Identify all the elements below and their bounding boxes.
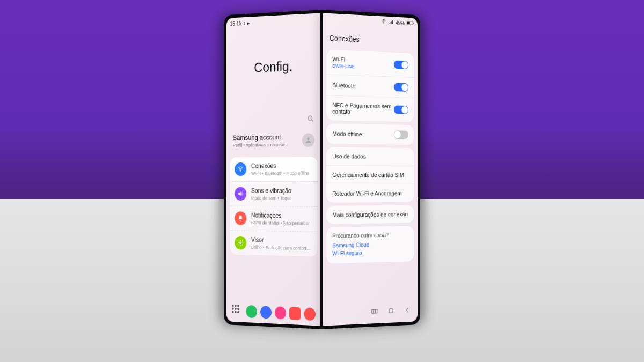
setting-wi-fi[interactable]: Wi-FiDWPHONE (327, 50, 414, 78)
account-subtitle: Perfil • Aplicativos e recursos (233, 142, 297, 148)
setting-uso-de-dados[interactable]: Uso de dados (327, 147, 414, 166)
svg-line-10 (242, 245, 243, 245)
category-title: Conexões (251, 162, 313, 169)
signal-status-icon (389, 19, 394, 26)
category-title: Visor (251, 236, 313, 245)
setting-bluetooth[interactable]: Bluetooth (327, 74, 414, 97)
category-subtitle: Modo de som • Toque (251, 195, 313, 201)
category-notifica-es[interactable]: NotificaçõesBarra de status • Não pertur… (230, 206, 318, 232)
row-subtitle: DWPHONE (332, 63, 394, 71)
phone-app-icon[interactable] (246, 305, 257, 318)
screen-right-half: 49% Conexões Wi-FiDWPHONEBluetoothNFC e … (320, 10, 420, 329)
svg-point-0 (308, 116, 312, 120)
category-sons-e-vibra-o[interactable]: Sons e vibraçãoModo de som • Toque (230, 181, 318, 206)
status-time: 15:15 (230, 20, 241, 27)
setting-mais-configura-es-de-conex-o[interactable]: Mais configurações de conexão (327, 205, 414, 224)
category-subtitle: Wi-Fi • Bluetooth • Modo offline (251, 171, 313, 176)
toggle[interactable] (394, 60, 408, 69)
sound-icon (235, 187, 246, 201)
sun-icon (235, 236, 246, 250)
svg-point-3 (240, 171, 240, 172)
category-title: Notificações (251, 212, 313, 220)
connections-group-3: Uso de dadosGerenciamento de cartão SIMR… (327, 147, 414, 203)
link-samsung-cloud[interactable]: Samsung Cloud (332, 241, 408, 249)
row-title: Mais configurações de conexão (332, 211, 408, 218)
settings-categories: ConexõesWi-Fi • Bluetooth • Modo offline… (230, 157, 318, 257)
svg-point-4 (239, 241, 241, 244)
flipboard-app-icon[interactable] (289, 307, 301, 320)
nav-home-icon[interactable] (387, 306, 395, 317)
row-title: NFC e Pagamentos sem contato (332, 102, 394, 116)
category-subtitle: Brilho • Proteção para conforto ocular (251, 245, 313, 251)
category-conex-es[interactable]: ConexõesWi-Fi • Bluetooth • Modo offline (230, 157, 318, 181)
svg-point-13 (383, 23, 384, 23)
svg-point-2 (307, 137, 310, 140)
bell-icon (235, 211, 246, 225)
search-icon[interactable] (307, 114, 314, 125)
screen-left-half: 15:15 ↕ ▸ Config. Samsung account Perfil… (224, 10, 324, 329)
status-icon: ↕ (243, 20, 245, 26)
battery-text: 49% (396, 20, 405, 26)
setting-roteador-wi-fi-e-ancoragem[interactable]: Roteador Wi-Fi e Ancoragem (327, 184, 414, 203)
row-title: Modo offline (332, 130, 394, 138)
looking-for-card: Procurando outra coisa? Samsung Cloud Wi… (327, 226, 414, 263)
dock-left (228, 302, 319, 324)
category-subtitle: Barra de status • Não perturbar (251, 220, 313, 226)
wifi-status-icon (381, 19, 386, 25)
panel-heading: Conexões (323, 25, 418, 50)
connections-group-1: Wi-FiDWPHONEBluetoothNFC e Pagamentos se… (327, 50, 414, 122)
link-wifi-seguro[interactable]: Wi-Fi seguro (332, 248, 408, 256)
row-title: Bluetooth (332, 82, 394, 90)
connections-group-4: Mais configurações de conexão (327, 205, 414, 224)
svg-line-11 (239, 245, 239, 245)
svg-rect-16 (413, 23, 414, 24)
svg-line-9 (239, 240, 239, 241)
toggle[interactable] (394, 130, 408, 139)
category-visor[interactable]: VisorBrilho • Proteção para conforto ocu… (230, 230, 318, 257)
page-title: Config. (226, 57, 321, 77)
navigation-bar (325, 302, 416, 324)
row-title: Roteador Wi-Fi e Ancoragem (332, 190, 408, 196)
svg-rect-20 (389, 308, 393, 313)
svg-rect-18 (374, 309, 376, 313)
connections-panel: Conexões Wi-FiDWPHONEBluetoothNFC e Paga… (323, 25, 418, 308)
category-title: Sons e vibração (251, 187, 313, 195)
samsung-account-row[interactable]: Samsung account Perfil • Aplicativos e r… (226, 129, 321, 153)
svg-rect-17 (372, 309, 374, 313)
setting-modo-offline[interactable]: Modo offline (327, 123, 414, 145)
setting-nfc-e-pagamentos-sem-contato[interactable]: NFC e Pagamentos sem contato (327, 95, 414, 122)
row-title: Gerenciamento de cartão SIM (332, 172, 408, 178)
looking-for-text: Procurando outra coisa? (332, 231, 408, 239)
toggle[interactable] (394, 105, 408, 114)
svg-rect-19 (376, 309, 377, 313)
apps-grid-icon[interactable] (232, 305, 243, 317)
wifi-icon (235, 162, 246, 176)
right-screen: 49% Conexões Wi-FiDWPHONEBluetoothNFC e … (323, 13, 418, 326)
setting-gerenciamento-de-cart-o-sim[interactable]: Gerenciamento de cartão SIM (327, 165, 414, 184)
settings-list: Config. Samsung account Perfil • Aplicat… (226, 25, 321, 308)
gallery-app-icon[interactable] (275, 306, 286, 320)
toggle[interactable] (394, 83, 408, 91)
svg-line-12 (242, 241, 243, 241)
left-screen: 15:15 ↕ ▸ Config. Samsung account Perfil… (226, 13, 321, 326)
battery-icon (407, 20, 414, 27)
row-title: Uso de dados (332, 153, 408, 160)
nav-back-icon[interactable] (404, 306, 412, 316)
account-title: Samsung account (233, 133, 297, 142)
avatar-icon (302, 133, 314, 147)
status-icon: ▸ (247, 20, 250, 26)
nav-recents-icon[interactable] (371, 307, 378, 317)
messages-app-icon[interactable] (260, 306, 272, 319)
camera-app-icon[interactable] (304, 307, 316, 321)
svg-line-1 (312, 120, 313, 121)
foldable-phone: 15:15 ↕ ▸ Config. Samsung account Perfil… (193, 10, 451, 351)
svg-rect-15 (407, 21, 409, 24)
connections-group-2: Modo offline (327, 123, 414, 145)
